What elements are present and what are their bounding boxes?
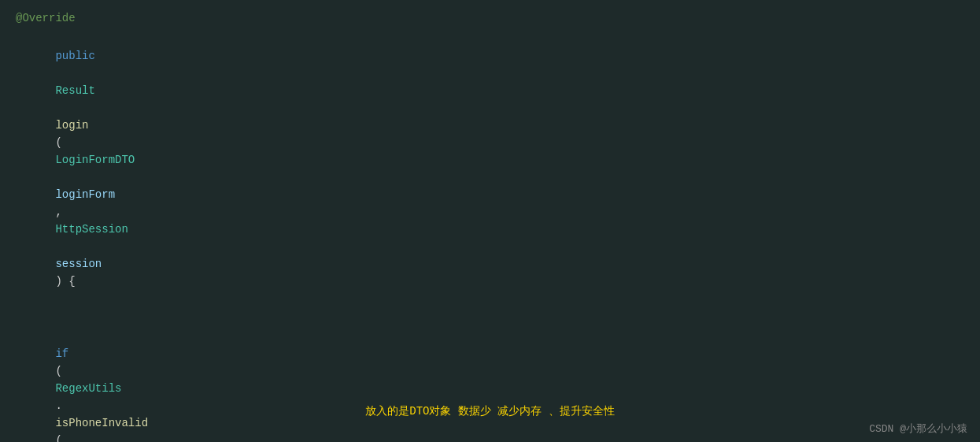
code-line-if1: if ( RegexUtils . isPhoneInvalid ( login… xyxy=(0,309,980,442)
method-isphoneinvalid: isPhoneInvalid xyxy=(55,417,148,429)
type-httpsession: HttpSession xyxy=(55,223,128,236)
bottom-note-container: 放入的是DTO对象 数据少 减少内存 、提升安全性 xyxy=(365,404,614,418)
bottom-note: 放入的是DTO对象 数据少 减少内存 、提升安全性 xyxy=(365,405,614,418)
code-line-override: @Override xyxy=(0,8,980,28)
keyword-if1: if xyxy=(55,347,68,360)
csdn-watermark: CSDN @小那么小小猿 xyxy=(869,422,967,436)
type-result: Result xyxy=(55,84,94,97)
code-container: @Override public Result login ( LoginFor… xyxy=(0,0,980,442)
type-regexutils: RegexUtils xyxy=(55,382,121,395)
param-session: session xyxy=(55,258,102,270)
method-login: login xyxy=(55,119,88,132)
annotation-override: @Override xyxy=(16,12,76,24)
type-logindto: LoginFormDTO xyxy=(55,154,135,166)
code-line-method-sig: public Result login ( LoginFormDTO login… xyxy=(0,28,980,309)
param-loginform: loginForm xyxy=(55,188,115,201)
keyword-public: public xyxy=(55,50,94,62)
